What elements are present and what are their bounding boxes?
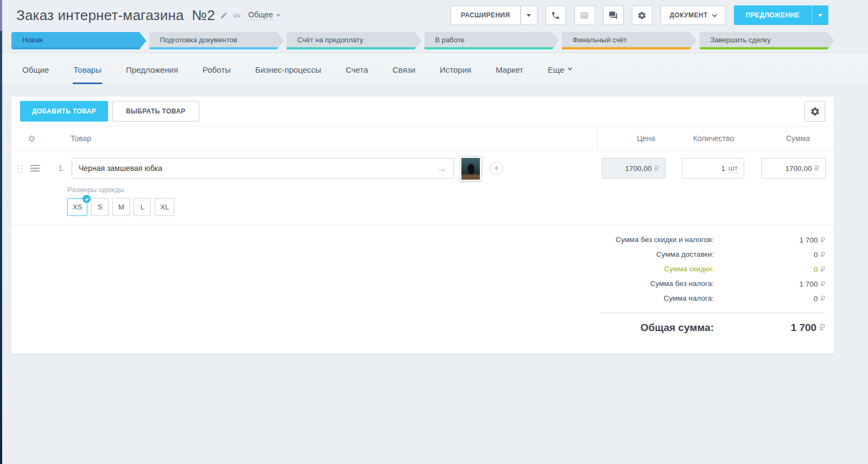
unit-selector[interactable]: шт — [728, 164, 738, 173]
stage-final-invoice[interactable]: Финальный счёт — [562, 32, 697, 49]
chat-button[interactable] — [603, 5, 624, 25]
photo-frame — [460, 156, 481, 181]
call-button[interactable] — [546, 5, 566, 25]
tab-market[interactable]: Маркет — [495, 65, 524, 84]
edit-pencil-icon[interactable] — [220, 11, 228, 20]
open-product-arrow-icon[interactable]: → — [436, 163, 447, 174]
proposal-button[interactable]: ПРЕДЛОЖЕНИЕ — [734, 5, 812, 25]
clothing-sizes-block: Размеры одежды XS S M L XL — [67, 186, 834, 216]
sum-value: 1700,00 — [785, 164, 812, 173]
sizes-label: Размеры одежды — [67, 186, 834, 194]
size-option-s[interactable]: S — [91, 198, 109, 216]
tab-history[interactable]: История — [439, 65, 472, 84]
stage-label: Завершить сделку — [711, 36, 771, 44]
size-label: XL — [160, 203, 169, 211]
crm-order-page: Заказ интернет-магазина №2 Общее РАСШИРЕ… — [0, 0, 868, 464]
stage-in-progress[interactable]: В работе — [425, 32, 560, 49]
email-button[interactable] — [574, 5, 595, 25]
sum-input[interactable]: 1700,00 ₽ — [761, 158, 826, 179]
stage-label: Финальный счёт — [573, 36, 627, 44]
currency-symbol: ₽ — [654, 164, 659, 173]
total-label: Сумма налога: — [663, 294, 714, 302]
column-settings-gear-icon[interactable] — [28, 135, 36, 143]
stage-label: Подготовка документов — [160, 36, 237, 44]
column-header-product: Товар — [52, 134, 597, 143]
totals-divider — [600, 313, 825, 313]
drag-handle-icon[interactable] — [16, 163, 23, 174]
total-row-tax: Сумма налога: 0₽ — [11, 291, 825, 306]
products-panel: ДОБАВИТЬ ТОВАР ВЫБРАТЬ ТОВАР Товар Цена … — [11, 97, 834, 354]
size-option-xs[interactable]: XS — [67, 198, 87, 216]
add-product-button[interactable]: ДОБАВИТЬ ТОВАР — [20, 101, 108, 122]
product-name-input[interactable]: Черная замшевая юбка → — [72, 158, 454, 179]
currency-symbol: ₽ — [819, 322, 825, 333]
stage-prepayment-invoice[interactable]: Счёт на предоплату — [287, 32, 422, 49]
stage-underline — [149, 47, 284, 49]
stage-close-deal[interactable]: Завершить сделку — [700, 32, 835, 49]
stage-docs-preparation[interactable]: Подготовка документов — [149, 32, 284, 49]
quantity-value: 1 — [721, 164, 725, 173]
total-label: Сумма без скидки и налогов: — [616, 236, 714, 244]
gear-icon — [637, 11, 647, 20]
chat-icon — [609, 11, 618, 20]
total-value: 1 700 — [800, 280, 818, 288]
gear-icon — [810, 106, 820, 117]
tab-invoices[interactable]: Счета — [345, 65, 369, 84]
select-product-button[interactable]: ВЫБРАТЬ ТОВАР — [112, 101, 199, 122]
size-option-xl[interactable]: XL — [155, 198, 174, 216]
product-row-section: 1. Черная замшевая юбка → + 1700,00 ₽ — [11, 151, 834, 225]
extensions-dropdown-button[interactable] — [521, 5, 537, 25]
tab-robots[interactable]: Роботы — [202, 65, 231, 84]
extensions-button[interactable]: РАСШИРЕНИЯ — [451, 5, 521, 25]
product-photo — [461, 158, 480, 180]
mail-icon — [580, 11, 589, 20]
grand-total-row: Общая сумма: 1 700₽ — [11, 322, 825, 334]
sidebar-strip-navy — [0, 31, 2, 464]
proposal-dropdown-button[interactable] — [812, 5, 828, 25]
tab-general[interactable]: Общие — [22, 65, 49, 84]
total-row-subtotal: Сумма без скидки и налогов: 1 700₽ — [11, 232, 825, 247]
total-value: 0 — [814, 251, 818, 259]
column-divider — [597, 126, 598, 150]
chevron-down-icon — [818, 14, 822, 17]
currency-symbol: ₽ — [820, 294, 825, 303]
product-row: 1. Черная замшевая юбка → + 1700,00 ₽ — [11, 157, 834, 179]
products-table-header: Товар Цена Количество Сумма — [11, 126, 834, 151]
tab-products[interactable]: Товары — [73, 65, 102, 84]
product-name-value: Черная замшевая юбка — [79, 164, 162, 173]
quantity-input[interactable]: 1 шт — [682, 158, 744, 179]
document-button-label: ДОКУМЕНТ — [670, 11, 708, 19]
currency-symbol: ₽ — [820, 265, 825, 274]
tab-label: История — [440, 65, 471, 74]
grand-total-label: Общая сумма: — [641, 322, 714, 334]
tab-business-processes[interactable]: Бизнес-процессы — [255, 65, 322, 84]
add-photo-button[interactable]: + — [490, 162, 503, 175]
tab-links[interactable]: Связи — [392, 65, 416, 84]
document-button[interactable]: ДОКУМЕНТ — [661, 5, 726, 25]
category-selector[interactable]: Общее — [248, 10, 281, 20]
product-photo-thumbnail[interactable] — [460, 155, 484, 181]
link-icon[interactable] — [233, 11, 241, 20]
row-menu-icon[interactable] — [30, 165, 40, 171]
size-option-l[interactable]: L — [134, 198, 151, 216]
settings-button[interactable] — [632, 5, 652, 25]
chevron-down-icon — [527, 14, 531, 17]
page-title: Заказ интернет-магазина №2 — [16, 7, 215, 24]
stage-new[interactable]: Новая — [11, 32, 147, 49]
tab-label: Маркет — [496, 65, 523, 74]
stage-label: Счёт на предоплату — [297, 36, 363, 44]
currency-symbol: ₽ — [814, 164, 819, 173]
tab-quotes[interactable]: Предложения — [125, 65, 179, 84]
total-row-before-tax: Сумма без налога: 1 700₽ — [11, 276, 825, 291]
product-list-settings-button[interactable] — [804, 101, 825, 122]
deal-stage-bar: Новая Подготовка документов Счёт на пред… — [11, 32, 834, 49]
tab-label: Роботы — [202, 65, 231, 74]
size-option-m[interactable]: M — [112, 198, 130, 216]
row-index: 1. — [52, 164, 65, 173]
price-input[interactable]: 1700,00 ₽ — [601, 158, 666, 179]
stage-underline — [287, 47, 422, 49]
tab-more[interactable]: Еще — [547, 65, 572, 84]
products-toolbar: ДОБАВИТЬ ТОВАР ВЫБРАТЬ ТОВАР — [11, 97, 834, 126]
total-row-discount: Сумма скидки: 0₽ — [11, 262, 825, 276]
total-value: 0 — [814, 295, 818, 303]
